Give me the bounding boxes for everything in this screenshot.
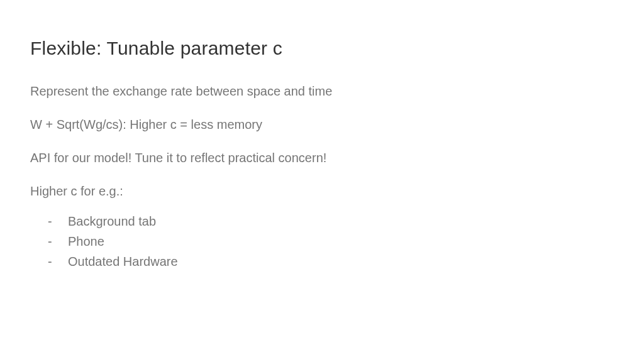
list-item: Phone — [48, 231, 614, 251]
body-paragraph: Higher c for e.g.: — [30, 183, 614, 200]
slide-title: Flexible: Tunable parameter c — [30, 38, 614, 59]
body-paragraph: W + Sqrt(Wg/cs): Higher c = less memory — [30, 116, 614, 133]
body-paragraph: API for our model! Tune it to reflect pr… — [30, 150, 614, 167]
list-item: Background tab — [48, 211, 614, 231]
list-item: Outdated Hardware — [48, 251, 614, 272]
bullet-list: Background tab Phone Outdated Hardware — [30, 211, 614, 272]
body-paragraph: Represent the exchange rate between spac… — [30, 83, 614, 100]
